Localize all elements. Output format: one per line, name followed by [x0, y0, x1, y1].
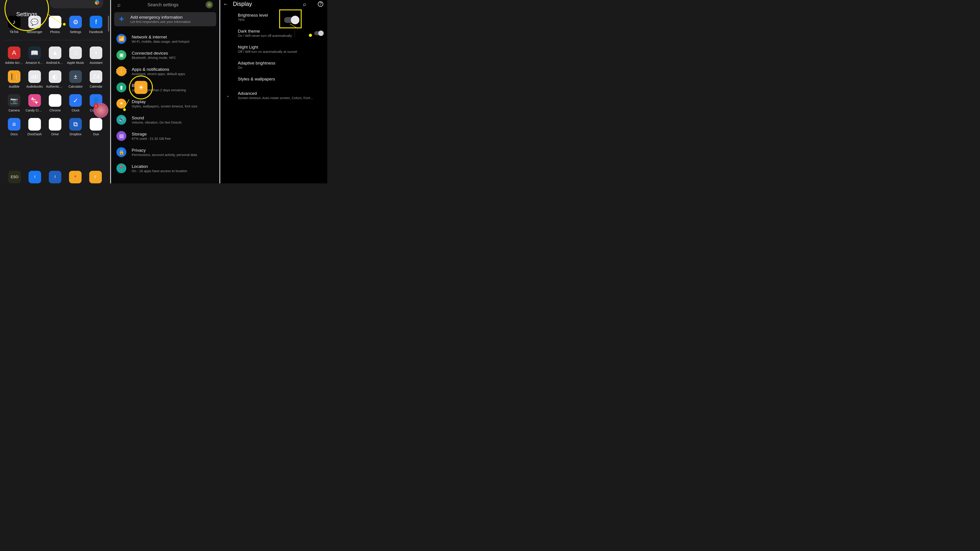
advanced-item[interactable]: ⌄ Advanced Screen timeout, Auto-rotate s…	[220, 87, 327, 103]
app-calendar[interactable]: 24Calendar	[86, 70, 106, 88]
app-label: Docs	[5, 132, 23, 136]
callout-dot-1	[63, 23, 66, 25]
settings-item-privacy[interactable]: 🔒PrivacyPermissions, account activity, p…	[111, 144, 220, 160]
app-camera[interactable]: 📷Camera	[5, 94, 24, 112]
settings-item-sub: Bluetooth, driving mode, NFC	[132, 56, 176, 60]
app-icon: ⚙	[69, 16, 82, 28]
settings-item-sub: On - 18 apps have access to location	[132, 169, 187, 173]
app-settings[interactable]: ⚙Settings	[66, 16, 85, 34]
google-assistant-icon[interactable]	[95, 0, 99, 5]
app-facebook[interactable]: f	[25, 171, 45, 183]
dark-theme-sub: On / Will never turn off automatically	[238, 34, 292, 38]
settings-item-location[interactable]: 📍LocationOn - 18 apps have access to loc…	[111, 160, 220, 176]
app-icon: 📷	[8, 94, 21, 107]
app-label: Settings	[67, 30, 84, 34]
app-facebook-lite[interactable]: f	[45, 171, 65, 183]
app-label: Apple Music	[67, 61, 84, 65]
app-audiobooks[interactable]: abAudiobooks	[25, 70, 44, 88]
app-duo[interactable]: ▣Duo	[86, 118, 106, 136]
brightness-level-item[interactable]: Brightness level 76%	[220, 9, 327, 25]
settings-item-sub: 100% – More than 2 days remaining	[132, 88, 186, 92]
emergency-info-card[interactable]: ✚ Add emergency information Let first re…	[114, 12, 216, 26]
advanced-title: Advanced	[238, 91, 313, 96]
app-icon: ab	[28, 70, 41, 83]
app-eso-toolkit[interactable]: ESO	[5, 171, 25, 183]
app-candy-crush[interactable]: 🍬Candy Crush	[25, 94, 44, 112]
app-label: Duo	[87, 132, 105, 136]
app-label: Drive	[46, 132, 64, 136]
app-photos[interactable]: ✦Photos	[45, 16, 65, 34]
app-maps-app[interactable]: 📍	[65, 171, 86, 183]
app-icon: ±	[69, 70, 82, 83]
chevron-down-icon: ⌄	[226, 93, 229, 98]
app-amazon-kindle[interactable]: 📖Amazon Kindle	[25, 46, 44, 65]
settings-item-icon: 📍	[116, 164, 126, 173]
app-tiktok[interactable]: ♪TikTok	[5, 16, 24, 34]
app-icon: 24	[90, 70, 102, 83]
settings-item-battery[interactable]: ▮Battery100% – More than 2 days remainin…	[111, 79, 220, 95]
settings-item-icon: ▣	[116, 50, 126, 60]
app-fandango[interactable]: F	[86, 171, 106, 183]
settings-item-sub: Wi-Fi, mobile, data usage, and hotspot	[132, 40, 189, 43]
settings-item-connected-devices[interactable]: ▣Connected devicesBluetooth, driving mod…	[111, 47, 220, 63]
back-arrow-icon[interactable]: ←	[223, 1, 228, 7]
settings-search-bar[interactable]: ⌕ Search settings	[114, 0, 216, 10]
app-doordash[interactable]: ➔DoorDash	[25, 118, 44, 136]
app-label: Calendar	[87, 85, 105, 88]
app-label: Messenger	[25, 30, 44, 34]
settings-item-icon: 📶	[116, 34, 126, 44]
app-label: Camera	[5, 108, 23, 112]
dark-theme-switch[interactable]	[314, 31, 323, 35]
app-icon: 📍	[69, 171, 81, 183]
app-icon: ✓	[69, 94, 82, 107]
dark-theme-item[interactable]: Dark theme On / Will never turn off auto…	[220, 25, 327, 41]
account-avatar[interactable]	[205, 1, 213, 8]
styles-wallpapers-item[interactable]: Styles & wallpapers	[220, 73, 327, 85]
settings-item-storage[interactable]: ▤Storage67% used - 21.32 GB free	[111, 128, 220, 144]
app-drive[interactable]: △Drive	[45, 118, 65, 136]
app-icon: f	[49, 171, 61, 183]
app-chrome[interactable]: ◎Chrome	[45, 94, 65, 112]
app-facebook[interactable]: fFacebook	[86, 16, 106, 34]
app-adobe-acrobat[interactable]: AAdobe Acrobat	[5, 46, 24, 65]
settings-item-title: Location	[132, 164, 187, 169]
callout-dot-3	[309, 34, 312, 37]
app-label: Amazon Kindle	[25, 61, 44, 65]
drawer-scrollbar[interactable]	[108, 16, 109, 32]
app-messenger[interactable]: 💬Messenger	[25, 16, 44, 34]
settings-item-sound[interactable]: 🔊SoundVolume, vibration, Do Not Disturb	[111, 112, 220, 128]
settings-item-title: Sound	[132, 116, 181, 121]
app-grid: ♪TikTok💬Messenger✦Photos⚙SettingsfFacebo…	[5, 16, 106, 136]
settings-item-sub: Styles, wallpapers, screen timeout, font…	[132, 104, 197, 108]
emergency-title: Add emergency information	[130, 15, 191, 20]
app-icon: ♪	[8, 16, 21, 28]
adaptive-brightness-item[interactable]: Adaptive brightness On	[220, 57, 327, 73]
app-audible[interactable]: 📙Audible	[5, 70, 24, 88]
settings-item-title: Connected devices	[132, 51, 176, 56]
night-light-item[interactable]: Night Light Off / Will turn on automatic…	[220, 41, 327, 57]
app-assistant[interactable]: •Assistant	[86, 46, 106, 65]
google-search-bar[interactable]	[49, 0, 103, 8]
app-label: Clock	[67, 108, 84, 112]
app-calculator[interactable]: ±Calculator	[66, 70, 85, 88]
search-icon[interactable]: ⌕	[303, 1, 306, 7]
app-icon: •	[90, 46, 102, 59]
display-header-title: Display	[233, 0, 299, 8]
app-icon: ▲	[49, 46, 61, 59]
settings-list: 📶Network & internetWi-Fi, mobile, data u…	[111, 31, 220, 176]
app-icon: ESO	[8, 171, 21, 183]
app-android-auto[interactable]: ▲Android Auto	[45, 46, 65, 65]
app-clock[interactable]: ✓Clock	[66, 94, 85, 112]
settings-item-network-internet[interactable]: 📶Network & internetWi-Fi, mobile, data u…	[111, 31, 220, 47]
app-authenticator[interactable]: ◐Authenticator	[45, 70, 65, 88]
app-label: Android Auto	[46, 61, 64, 65]
help-icon[interactable]: ?	[318, 2, 323, 7]
settings-item-display[interactable]: ☀DisplayStyles, wallpapers, screen timeo…	[111, 95, 220, 112]
app-dropbox[interactable]: ⧉Dropbox	[66, 118, 85, 136]
settings-item-apps-notifications[interactable]: ⋮⋮⋮Apps & notificationsAssistant, recent…	[111, 63, 220, 79]
app-icon: ⧉	[69, 118, 82, 130]
app-apple-music[interactable]: ♫Apple Music	[66, 46, 85, 65]
adaptive-sub: On	[238, 66, 275, 70]
settings-item-icon: ▮	[116, 83, 126, 92]
app-docs[interactable]: ≡Docs	[5, 118, 24, 136]
